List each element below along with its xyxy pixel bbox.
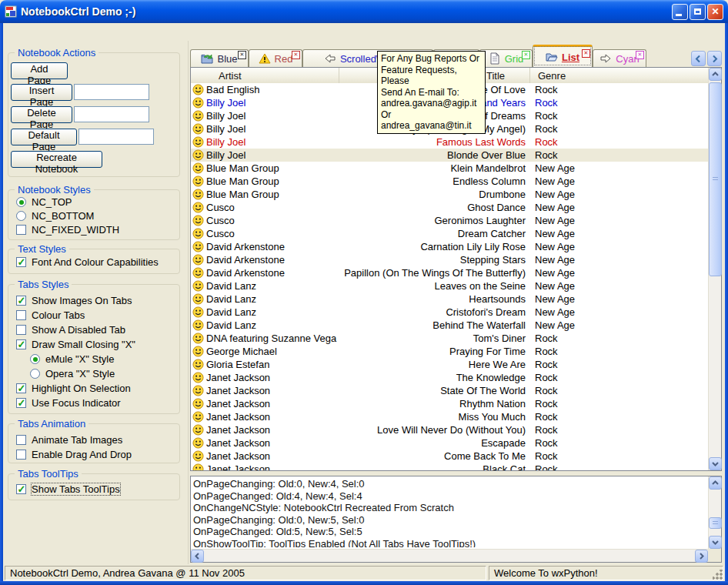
- song-row[interactable]: Blue Man Group Klein Mandelbrot New Age: [191, 162, 708, 175]
- tab-scroll-right-button[interactable]: [707, 51, 722, 66]
- smiley-icon: [192, 97, 204, 109]
- option-row[interactable]: Font And Colour Capabilities: [16, 256, 178, 268]
- song-row[interactable]: Janet Jackson State Of The World Rock: [191, 384, 708, 397]
- maximize-button[interactable]: [690, 4, 706, 20]
- resize-grip-icon[interactable]: [713, 570, 723, 580]
- song-row[interactable]: David Arkenstone Carnation Lily Lily Ros…: [191, 240, 708, 253]
- song-row[interactable]: David Lanz Leaves on the Seine New Age: [191, 279, 708, 292]
- option-row[interactable]: NC_BOTTOM: [16, 210, 178, 222]
- song-row[interactable]: Cusco Geronimos Laughter New Age: [191, 214, 708, 227]
- menu-item[interactable]: [6, 31, 18, 34]
- notebook-tab[interactable]: List ✕: [533, 45, 593, 67]
- genre-cell: New Age: [530, 162, 708, 174]
- song-row[interactable]: David Lanz Behind The Waterfall New Age: [191, 319, 708, 332]
- genre-cell: Rock: [530, 385, 708, 396]
- default-page-button[interactable]: Default Page: [11, 129, 77, 145]
- log-scroll-left-button[interactable]: [191, 550, 204, 563]
- menu-item[interactable]: [18, 31, 31, 34]
- tabs-animation-group: Tabs Animation Animate Tab Images Enable…: [8, 423, 180, 463]
- option-row[interactable]: Show Images On Tabs: [16, 295, 178, 306]
- log-scroll-up-button[interactable]: [709, 476, 722, 490]
- song-row[interactable]: Billy Joel Blonde Over Blue Rock: [191, 149, 708, 162]
- song-row[interactable]: Cusco Ghost Dance New Age: [191, 201, 708, 214]
- list-scrollbar-thumb[interactable]: [709, 82, 722, 276]
- menu-bar: [3, 23, 725, 41]
- song-row[interactable]: Blue Man Group Drumbone New Age: [191, 188, 708, 201]
- genre-cell: Rock: [530, 346, 708, 357]
- song-row[interactable]: George Michael Praying For Time Rock: [191, 345, 708, 358]
- option-row[interactable]: Use Focus Indicator: [16, 397, 178, 409]
- recreate-notebook-button[interactable]: Recreate Notebook: [11, 151, 102, 168]
- song-row[interactable]: David Lanz Cristofori's Dream New Age: [191, 306, 708, 319]
- option-row[interactable]: NC_TOP: [16, 196, 178, 208]
- title-cell: Rhythm Nation: [339, 398, 530, 410]
- song-row[interactable]: Cusco Dream Catcher New Age: [191, 227, 708, 240]
- tab-close-icon[interactable]: ✕: [636, 51, 644, 59]
- artist-cell: Janet Jackson: [206, 398, 270, 410]
- song-row[interactable]: Janet Jackson Miss You Much Rock: [191, 410, 708, 423]
- song-row[interactable]: Janet Jackson Rhythm Nation Rock: [191, 397, 708, 410]
- notebook-tab[interactable]: Grid ✕: [479, 49, 533, 67]
- song-row[interactable]: DNA featuring Suzanne Vega Tom's Diner R…: [191, 332, 708, 345]
- option-row[interactable]: Colour Tabs: [16, 309, 178, 321]
- smiley-icon: [192, 241, 204, 252]
- song-row[interactable]: Janet Jackson Black Cat Rock: [191, 463, 708, 470]
- log-scroll-right-button[interactable]: [695, 550, 708, 563]
- list-scroll-down-button[interactable]: [709, 457, 722, 470]
- option-row[interactable]: Draw Small Closing "X": [16, 339, 178, 350]
- title-bar[interactable]: NotebookCtrl Demo ;-) ✕: [0, 0, 728, 23]
- option-row[interactable]: Show A Disabled Tab: [16, 324, 178, 336]
- insert-page-input[interactable]: [74, 84, 149, 100]
- option-row[interactable]: Animate Tab Images: [16, 434, 178, 446]
- add-page-button[interactable]: Add Page: [11, 62, 68, 79]
- delete-page-input[interactable]: [74, 106, 149, 122]
- notebook-tab[interactable]: Blue ✕: [190, 49, 249, 67]
- song-row[interactable]: David Lanz Heartsounds New Age: [191, 292, 708, 306]
- tab-close-icon[interactable]: ✕: [292, 51, 300, 59]
- song-row[interactable]: David Arkenstone Stepping Stars New Age: [191, 253, 708, 266]
- artist-cell: David Arkenstone: [206, 267, 285, 279]
- tab-close-icon[interactable]: ✕: [582, 49, 590, 58]
- artist-cell: Blue Man Group: [206, 162, 279, 174]
- tab-close-icon[interactable]: ✕: [522, 51, 530, 59]
- log-scroll-down-button[interactable]: [709, 536, 722, 549]
- option-row[interactable]: eMule "X" Style: [30, 353, 178, 365]
- song-row[interactable]: Janet Jackson Love Will Never Do (Withou…: [191, 423, 708, 436]
- default-page-input[interactable]: [78, 129, 154, 145]
- song-row[interactable]: Billy Joel Famous Last Words Rock: [191, 135, 708, 149]
- genre-cell: Rock: [530, 97, 708, 109]
- minimize-button[interactable]: [672, 4, 688, 20]
- option-row[interactable]: NC_FIXED_WIDTH: [16, 224, 178, 236]
- tab-scroll-left-button[interactable]: [691, 51, 706, 66]
- column-header-artist[interactable]: Artist: [191, 68, 339, 83]
- tooltip: For Any Bug Reports OrFeature Requests, …: [377, 51, 486, 134]
- delete-page-button[interactable]: Delete Page: [11, 106, 72, 123]
- insert-page-button[interactable]: Insert Page: [11, 84, 72, 101]
- option-row[interactable]: Highlight On Selection: [16, 383, 178, 394]
- genre-cell: New Age: [530, 176, 708, 187]
- song-row[interactable]: Janet Jackson The Knowledge Rock: [191, 371, 708, 384]
- option-row[interactable]: Enable Drag And Drop: [16, 449, 178, 460]
- column-header-genre[interactable]: Genre: [530, 68, 708, 83]
- song-row[interactable]: Janet Jackson Come Back To Me Rock: [191, 450, 708, 463]
- artist-cell: Billy Joel: [206, 97, 245, 109]
- close-button[interactable]: ✕: [707, 4, 723, 20]
- log-scrollbar-thumb[interactable]: [709, 517, 722, 529]
- notebook-tab[interactable]: Cyan ✕: [593, 49, 646, 67]
- smiley-icon: [192, 215, 204, 226]
- genre-cell: Rock: [530, 411, 708, 423]
- song-row[interactable]: Janet Jackson Escapade Rock: [191, 436, 708, 450]
- option-row[interactable]: Opera "X" Style: [30, 368, 178, 379]
- window-frame: [725, 23, 728, 585]
- warning-icon: [259, 52, 271, 65]
- option-row[interactable]: Show Tabs ToolTips: [16, 483, 178, 495]
- song-row[interactable]: Gloria Estefan Here We Are Rock: [191, 358, 708, 371]
- artist-cell: David Lanz: [206, 280, 256, 292]
- title-cell: State Of The World: [339, 385, 530, 396]
- song-row[interactable]: Blue Man Group Endless Column New Age: [191, 175, 708, 188]
- option-box-icon: [30, 354, 40, 364]
- notebook-tab[interactable]: Red ✕: [249, 49, 302, 67]
- tab-close-icon[interactable]: ✕: [238, 51, 246, 59]
- list-scroll-up-button[interactable]: [709, 68, 722, 81]
- song-row[interactable]: David Arkenstone Papillon (On The Wings …: [191, 266, 708, 279]
